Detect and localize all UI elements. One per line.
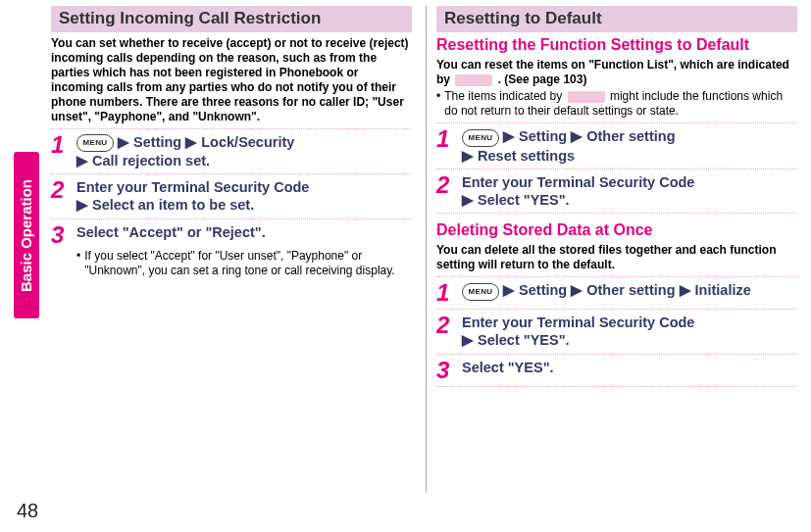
menu-icon: MENU (462, 283, 499, 301)
path-seg: Enter your Terminal Security Code (462, 314, 694, 330)
chevron-right-icon: ▶ (76, 197, 88, 213)
step-number: 2 (51, 178, 69, 202)
step: 2 Enter your Terminal Security Code ▶ Se… (436, 314, 797, 349)
step: 1 MENU ▶ Setting ▶ Lock/Security ▶ Call … (51, 133, 412, 169)
divider (436, 309, 797, 310)
chevron-right-icon: ▶ (680, 282, 691, 298)
path-seg: Setting (519, 128, 567, 144)
chevron-right-icon: ▶ (462, 332, 474, 348)
step: 1 MENU ▶ Setting ▶ Other setting ▶ Reset… (436, 127, 797, 164)
intro-text: . (See page 103) (498, 73, 587, 86)
note-list: The items indicated by might include the… (436, 89, 797, 119)
subsection-title: Deleting Stored Data at Once (436, 221, 797, 239)
divider (436, 213, 797, 214)
path-seg: Other setting (586, 128, 675, 144)
divider (436, 354, 797, 355)
path-seg: Select "YES". (478, 192, 570, 208)
chevron-right-icon: ▶ (118, 134, 129, 150)
menu-icon: MENU (76, 134, 114, 152)
step-note: If you select "Accept" for "User unset",… (76, 249, 412, 278)
page-number: 48 (17, 500, 38, 522)
chevron-right-icon: ▶ (503, 282, 515, 298)
path-seg: Reset settings (478, 148, 575, 164)
step-number: 2 (436, 314, 454, 337)
chevron-right-icon: ▶ (185, 134, 197, 150)
divider (51, 173, 412, 174)
path-seg: Select an item to be set. (92, 197, 254, 213)
section-header-right: Resetting to Default (436, 6, 797, 32)
path-seg: Lock/Security (201, 134, 294, 150)
sidebar-label: Basic Operation (19, 178, 35, 291)
path-seg: Select "YES". (462, 360, 554, 375)
left-intro: You can set whether to receive (accept) … (51, 36, 412, 124)
path-seg: Setting (133, 134, 181, 150)
path-seg: Initialize (695, 282, 751, 298)
divider (436, 276, 797, 277)
divider (51, 218, 412, 219)
divider (51, 128, 412, 129)
divider (436, 122, 797, 123)
subsection-title: Resetting the Function Settings to Defau… (436, 36, 797, 54)
step: 3 Select "YES". (436, 359, 797, 382)
menu-icon: MENU (462, 129, 499, 147)
left-column: Setting Incoming Call Restriction You ca… (51, 6, 418, 493)
path-seg: Select "YES". (478, 332, 570, 348)
step: 2 Enter your Terminal Security Code ▶ Se… (51, 178, 412, 214)
sidebar-tab: Basic Operation (14, 152, 39, 318)
step-note-text: If you select "Accept" for "User unset",… (84, 249, 412, 278)
right-column: Resetting to Default Resetting the Funct… (426, 6, 803, 493)
step-number: 3 (51, 223, 69, 247)
chevron-right-icon: ▶ (571, 282, 583, 298)
color-swatch-icon (455, 74, 492, 86)
path-seg: Setting (519, 282, 567, 298)
path-seg: Call rejection set. (92, 153, 210, 169)
right-intro-1: You can reset the items on "Function Lis… (436, 58, 797, 87)
note-text: The items indicated by (444, 89, 565, 103)
step-number: 1 (436, 127, 454, 151)
step: 1 MENU ▶ Setting ▶ Other setting ▶ Initi… (436, 281, 797, 305)
path-seg: Other setting (586, 282, 675, 298)
chevron-right-icon: ▶ (462, 148, 474, 164)
step-number: 3 (436, 359, 454, 382)
path-seg: Select "Accept" or "Reject". (76, 224, 266, 240)
path-seg: Enter your Terminal Security Code (76, 179, 309, 195)
step-number: 1 (436, 281, 454, 305)
step-number: 2 (436, 173, 454, 197)
divider (436, 386, 797, 387)
chevron-right-icon: ▶ (571, 128, 583, 144)
right-intro-2: You can delete all the stored files toge… (436, 243, 797, 272)
step: 2 Enter your Terminal Security Code ▶ Se… (436, 173, 797, 209)
color-swatch-icon (568, 91, 605, 103)
chevron-right-icon: ▶ (76, 153, 88, 169)
chevron-right-icon: ▶ (462, 192, 474, 208)
divider (436, 169, 797, 169)
step: 3 Select "Accept" or "Reject". (51, 223, 412, 247)
path-seg: Enter your Terminal Security Code (462, 174, 694, 190)
step-number: 1 (51, 133, 69, 157)
section-header-left: Setting Incoming Call Restriction (51, 6, 412, 32)
chevron-right-icon: ▶ (503, 128, 515, 144)
